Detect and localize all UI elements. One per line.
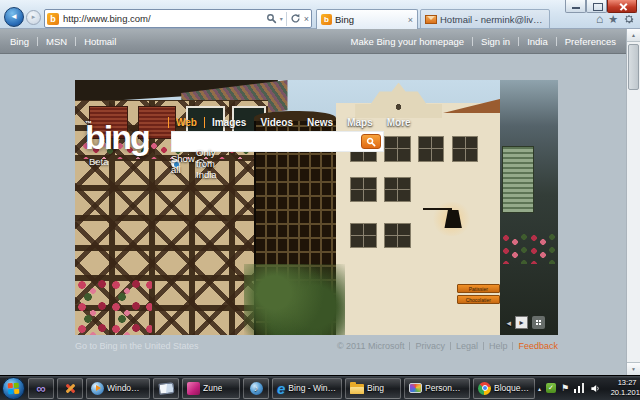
taskbar-app-music[interactable]: ♪ [243,378,269,399]
action-center-flag-icon[interactable]: ⚑ [561,383,569,393]
tray-expand-icon[interactable]: ▴ [538,385,541,392]
task-label: Windows M... [107,383,145,393]
taskbar-personalization[interactable]: Personalizati... [404,378,470,399]
tab-close-icon[interactable]: × [408,15,413,25]
search-scope-radios: Show all Only from India [171,159,205,168]
tab-videos[interactable]: Videos [253,117,300,128]
help-link[interactable]: Help [489,341,508,351]
us-region-link[interactable]: Go to Bing in the United States [75,341,199,351]
settings-gear-icon[interactable] [623,13,635,25]
taskbar-windows-media[interactable]: Windows M... [86,378,150,399]
magnifier-icon [366,137,376,147]
taskbar-app-red[interactable] [57,378,83,399]
network-icon[interactable] [574,383,585,393]
hotmail-envelope-icon [425,15,437,24]
separator [472,37,473,46]
legal-link[interactable]: Legal [456,341,478,351]
photo-flowers [75,279,152,335]
back-button[interactable]: ◄ [4,7,24,27]
tab-bing[interactable]: b Bing × [316,9,418,29]
shop-sign: Chocolatier [457,295,500,304]
next-image-icon[interactable]: ▸ [515,316,528,329]
taskbar-app-purple[interactable]: ∞ [28,378,54,399]
tab-images[interactable]: Images [205,117,253,128]
taskbar-folder-bing[interactable]: Bing [345,378,401,399]
refresh-icon[interactable] [290,13,301,24]
image-controls: ◂ ▸ [506,316,545,329]
browser-scrollbar[interactable]: ▲ ▼ [626,29,640,375]
task-label: Zune [203,383,222,393]
navbar-link-msn[interactable]: MSN [46,36,67,47]
taskbar-chrome[interactable]: Bloqueo Ni... [473,378,535,399]
feedback-link[interactable]: Feedback [518,341,558,351]
screen: ◄ ► b http://www.bing.com/ ▾ × b Bing × … [0,0,640,400]
tab-news[interactable]: News [300,117,340,128]
taskbar-zune[interactable]: Zune [182,378,240,399]
tab-hotmail[interactable]: Hotmail - nermink@live.co.u... [420,9,550,29]
photo-window [418,136,445,162]
cross-app-icon [64,382,77,395]
url-text[interactable]: http://www.bing.com/ [63,13,266,24]
tray-check-icon[interactable]: ✓ [546,383,556,393]
start-button[interactable] [2,377,25,400]
photo-lantern-bracket [423,208,452,210]
maximize-button[interactable] [586,0,607,13]
internet-explorer-icon: e [277,381,285,396]
preferences-link[interactable]: Preferences [565,36,616,47]
tab-title: Bing [335,14,405,25]
search-icon[interactable] [266,13,277,24]
address-dropdown-icon[interactable]: ▾ [280,15,283,22]
favorites-star-icon[interactable]: ★ [608,13,618,25]
radio-only-from-india[interactable]: Only from India [196,159,205,168]
speaker-icon[interactable] [590,383,601,394]
forward-button[interactable]: ► [26,10,41,25]
address-bar[interactable]: b http://www.bing.com/ ▾ × [44,9,312,28]
taskbar-clock[interactable]: 13:27 20.1.2011 [606,378,640,398]
photo-shop-signs: Patissier Chocolatier [457,284,500,306]
bing-tab-favicon: b [321,14,332,25]
scrollbar-thumb[interactable] [628,44,639,90]
bing-homepage: Patissier Chocolatier bing™ Beta Web Ima… [0,54,626,375]
photo-window [350,223,377,249]
task-label: Personalizati... [425,383,465,393]
previous-image-icon[interactable]: ◂ [506,318,511,328]
photo-window [384,136,411,162]
browser-action-icons: ⌂ ★ [596,13,635,25]
tab-web[interactable]: Web [168,117,205,128]
tab-maps[interactable]: Maps [340,117,380,128]
browser-toolbar: ◄ ► b http://www.bing.com/ ▾ × b Bing × … [0,0,640,29]
photo-window [452,136,479,162]
home-icon[interactable]: ⌂ [596,13,603,25]
scroll-down-icon[interactable]: ▼ [627,362,640,375]
navbar-left-links: Bing MSN Hotmail [10,36,116,47]
chrome-icon [478,382,491,395]
taskbar-app-book[interactable] [153,378,179,399]
tab-title: Hotmail - nermink@live.co.u... [440,14,545,25]
folder-icon [350,384,364,394]
navbar-link-bing[interactable]: Bing [10,36,29,47]
separator [512,342,513,350]
book-icon [158,382,174,395]
taskbar-ie-bing[interactable]: e Bing - Wind... [272,378,342,399]
address-bar-icons: ▾ × [266,12,309,26]
photo-foliage [244,264,345,335]
separator [409,342,410,350]
page-footer: Go to Bing in the United States © 2011 M… [0,341,626,355]
photo-window [384,223,411,249]
close-button[interactable] [607,0,637,13]
image-info-icon[interactable] [532,316,545,329]
separator [483,342,484,350]
navbar-link-hotmail[interactable]: Hotmail [84,36,116,47]
tab-more[interactable]: More [380,117,418,128]
photo-gable [355,83,442,119]
bing-top-navbar: Bing MSN Hotmail Make Bing your homepage… [0,29,626,54]
scroll-up-icon[interactable]: ▲ [627,29,640,42]
sign-in-link[interactable]: Sign in [481,36,510,47]
radio-show-all[interactable]: Show all [171,159,180,168]
make-homepage-link[interactable]: Make Bing your homepage [351,36,465,47]
privacy-link[interactable]: Privacy [415,341,445,351]
minimize-button[interactable] [565,0,586,13]
stop-icon[interactable]: × [304,14,309,24]
search-button[interactable] [361,134,381,149]
region-link[interactable]: India [527,36,548,47]
